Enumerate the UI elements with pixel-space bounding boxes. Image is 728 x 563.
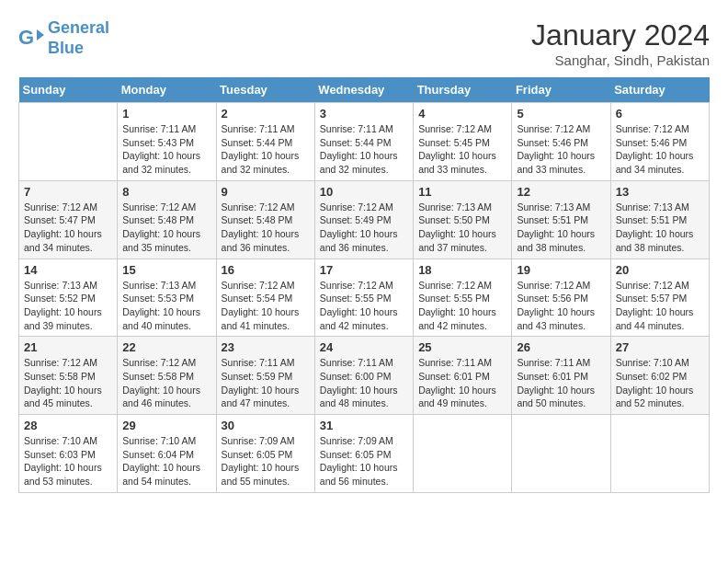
calendar-table: SundayMondayTuesdayWednesdayThursdayFrid… bbox=[18, 77, 710, 493]
calendar-cell bbox=[512, 415, 610, 493]
calendar-cell: 23Sunrise: 7:11 AMSunset: 5:59 PMDayligh… bbox=[216, 337, 314, 415]
weekday-header-thursday: Thursday bbox=[414, 77, 512, 103]
logo-icon: G bbox=[18, 26, 44, 52]
day-info: Sunrise: 7:09 AMSunset: 6:05 PMDaylight:… bbox=[222, 434, 310, 488]
logo: G General Blue bbox=[18, 18, 109, 58]
location-subtitle: Sanghar, Sindh, Pakistan bbox=[531, 52, 710, 68]
day-info: Sunrise: 7:12 AMSunset: 5:55 PMDaylight:… bbox=[320, 279, 408, 333]
day-info: Sunrise: 7:12 AMSunset: 5:54 PMDaylight:… bbox=[222, 279, 310, 333]
weekday-header-saturday: Saturday bbox=[610, 77, 709, 103]
day-number: 3 bbox=[320, 107, 408, 121]
day-info: Sunrise: 7:09 AMSunset: 6:05 PMDaylight:… bbox=[320, 434, 408, 488]
weekday-header-row: SundayMondayTuesdayWednesdayThursdayFrid… bbox=[19, 77, 710, 103]
day-number: 5 bbox=[517, 107, 605, 121]
calendar-cell: 18Sunrise: 7:12 AMSunset: 5:55 PMDayligh… bbox=[414, 259, 512, 337]
calendar-cell bbox=[414, 415, 512, 493]
day-number: 23 bbox=[222, 340, 310, 354]
day-info: Sunrise: 7:12 AMSunset: 5:45 PMDaylight:… bbox=[418, 122, 506, 177]
calendar-cell: 3Sunrise: 7:11 AMSunset: 5:44 PMDaylight… bbox=[314, 103, 413, 181]
day-info: Sunrise: 7:12 AMSunset: 5:56 PMDaylight:… bbox=[517, 279, 605, 333]
calendar-cell bbox=[610, 415, 709, 493]
calendar-cell: 7Sunrise: 7:12 AMSunset: 5:47 PMDaylight… bbox=[19, 180, 118, 259]
calendar-cell: 22Sunrise: 7:12 AMSunset: 5:58 PMDayligh… bbox=[118, 337, 216, 415]
day-info: Sunrise: 7:11 AMSunset: 6:00 PMDaylight:… bbox=[320, 356, 408, 410]
day-number: 28 bbox=[24, 419, 112, 432]
week-row-1: 1Sunrise: 7:11 AMSunset: 5:43 PMDaylight… bbox=[19, 103, 710, 181]
calendar-cell: 30Sunrise: 7:09 AMSunset: 6:05 PMDayligh… bbox=[216, 415, 314, 493]
day-number: 27 bbox=[616, 340, 704, 354]
day-info: Sunrise: 7:11 AMSunset: 5:59 PMDaylight:… bbox=[222, 356, 310, 410]
week-row-4: 21Sunrise: 7:12 AMSunset: 5:58 PMDayligh… bbox=[19, 337, 710, 415]
day-info: Sunrise: 7:11 AMSunset: 5:43 PMDaylight:… bbox=[122, 122, 210, 177]
calendar-cell: 5Sunrise: 7:12 AMSunset: 5:46 PMDaylight… bbox=[512, 103, 610, 181]
day-number: 7 bbox=[24, 185, 112, 199]
day-number: 15 bbox=[122, 263, 210, 277]
day-info: Sunrise: 7:11 AMSunset: 5:44 PMDaylight:… bbox=[222, 122, 310, 177]
day-info: Sunrise: 7:12 AMSunset: 5:48 PMDaylight:… bbox=[222, 201, 310, 255]
day-info: Sunrise: 7:12 AMSunset: 5:46 PMDaylight:… bbox=[517, 122, 605, 177]
calendar-cell: 16Sunrise: 7:12 AMSunset: 5:54 PMDayligh… bbox=[216, 259, 314, 337]
day-info: Sunrise: 7:12 AMSunset: 5:47 PMDaylight:… bbox=[24, 201, 112, 255]
weekday-header-tuesday: Tuesday bbox=[216, 77, 314, 103]
weekday-header-sunday: Sunday bbox=[19, 77, 118, 103]
day-info: Sunrise: 7:12 AMSunset: 5:57 PMDaylight:… bbox=[616, 279, 704, 333]
day-info: Sunrise: 7:11 AMSunset: 6:01 PMDaylight:… bbox=[517, 356, 605, 410]
day-info: Sunrise: 7:13 AMSunset: 5:51 PMDaylight:… bbox=[517, 201, 605, 255]
day-number: 13 bbox=[616, 185, 704, 199]
day-info: Sunrise: 7:12 AMSunset: 5:55 PMDaylight:… bbox=[418, 279, 506, 333]
calendar-cell: 31Sunrise: 7:09 AMSunset: 6:05 PMDayligh… bbox=[314, 415, 413, 493]
day-info: Sunrise: 7:11 AMSunset: 5:44 PMDaylight:… bbox=[320, 122, 408, 177]
day-info: Sunrise: 7:13 AMSunset: 5:52 PMDaylight:… bbox=[24, 279, 112, 333]
weekday-header-wednesday: Wednesday bbox=[314, 77, 413, 103]
calendar-cell: 21Sunrise: 7:12 AMSunset: 5:58 PMDayligh… bbox=[19, 337, 118, 415]
day-number: 19 bbox=[517, 263, 605, 277]
day-info: Sunrise: 7:12 AMSunset: 5:48 PMDaylight:… bbox=[122, 201, 210, 255]
day-number: 26 bbox=[517, 340, 605, 354]
day-number: 22 bbox=[122, 340, 210, 354]
calendar-cell: 26Sunrise: 7:11 AMSunset: 6:01 PMDayligh… bbox=[512, 337, 610, 415]
calendar-cell: 29Sunrise: 7:10 AMSunset: 6:04 PMDayligh… bbox=[118, 415, 216, 493]
day-info: Sunrise: 7:13 AMSunset: 5:53 PMDaylight:… bbox=[122, 279, 210, 333]
svg-marker-1 bbox=[37, 29, 44, 40]
logo-text: General Blue bbox=[48, 18, 109, 58]
day-number: 10 bbox=[320, 185, 408, 199]
calendar-cell: 27Sunrise: 7:10 AMSunset: 6:02 PMDayligh… bbox=[610, 337, 709, 415]
day-info: Sunrise: 7:10 AMSunset: 6:04 PMDaylight:… bbox=[122, 434, 210, 488]
calendar-cell: 9Sunrise: 7:12 AMSunset: 5:48 PMDaylight… bbox=[216, 180, 314, 259]
day-number: 30 bbox=[222, 419, 310, 432]
weekday-header-monday: Monday bbox=[118, 77, 216, 103]
calendar-cell: 1Sunrise: 7:11 AMSunset: 5:43 PMDaylight… bbox=[118, 103, 216, 181]
day-number: 6 bbox=[616, 107, 704, 121]
week-row-3: 14Sunrise: 7:13 AMSunset: 5:52 PMDayligh… bbox=[19, 259, 710, 337]
day-number: 21 bbox=[24, 340, 112, 354]
calendar-cell: 13Sunrise: 7:13 AMSunset: 5:51 PMDayligh… bbox=[610, 180, 709, 259]
day-info: Sunrise: 7:12 AMSunset: 5:58 PMDaylight:… bbox=[122, 356, 210, 410]
day-number: 4 bbox=[418, 107, 506, 121]
day-info: Sunrise: 7:11 AMSunset: 6:01 PMDaylight:… bbox=[418, 356, 506, 410]
day-number: 17 bbox=[320, 263, 408, 277]
day-info: Sunrise: 7:10 AMSunset: 6:02 PMDaylight:… bbox=[616, 356, 704, 410]
calendar-cell: 25Sunrise: 7:11 AMSunset: 6:01 PMDayligh… bbox=[414, 337, 512, 415]
calendar-cell: 11Sunrise: 7:13 AMSunset: 5:50 PMDayligh… bbox=[414, 180, 512, 259]
calendar-cell: 20Sunrise: 7:12 AMSunset: 5:57 PMDayligh… bbox=[610, 259, 709, 337]
day-number: 8 bbox=[122, 185, 210, 199]
day-number: 24 bbox=[320, 340, 408, 354]
day-number: 1 bbox=[122, 107, 210, 121]
day-number: 14 bbox=[24, 263, 112, 277]
weekday-header-friday: Friday bbox=[512, 77, 610, 103]
day-info: Sunrise: 7:12 AMSunset: 5:49 PMDaylight:… bbox=[320, 201, 408, 255]
calendar-cell: 6Sunrise: 7:12 AMSunset: 5:46 PMDaylight… bbox=[610, 103, 709, 181]
day-info: Sunrise: 7:12 AMSunset: 5:58 PMDaylight:… bbox=[24, 356, 112, 410]
calendar-cell: 10Sunrise: 7:12 AMSunset: 5:49 PMDayligh… bbox=[314, 180, 413, 259]
day-info: Sunrise: 7:13 AMSunset: 5:51 PMDaylight:… bbox=[616, 201, 704, 255]
calendar-cell: 17Sunrise: 7:12 AMSunset: 5:55 PMDayligh… bbox=[314, 259, 413, 337]
month-title: January 2024 bbox=[531, 18, 710, 52]
day-info: Sunrise: 7:13 AMSunset: 5:50 PMDaylight:… bbox=[418, 201, 506, 255]
calendar-cell: 14Sunrise: 7:13 AMSunset: 5:52 PMDayligh… bbox=[19, 259, 118, 337]
calendar-cell: 12Sunrise: 7:13 AMSunset: 5:51 PMDayligh… bbox=[512, 180, 610, 259]
day-number: 11 bbox=[418, 185, 506, 199]
calendar-cell: 4Sunrise: 7:12 AMSunset: 5:45 PMDaylight… bbox=[414, 103, 512, 181]
day-info: Sunrise: 7:10 AMSunset: 6:03 PMDaylight:… bbox=[24, 434, 112, 488]
calendar-cell: 28Sunrise: 7:10 AMSunset: 6:03 PMDayligh… bbox=[19, 415, 118, 493]
svg-text:G: G bbox=[18, 26, 34, 49]
